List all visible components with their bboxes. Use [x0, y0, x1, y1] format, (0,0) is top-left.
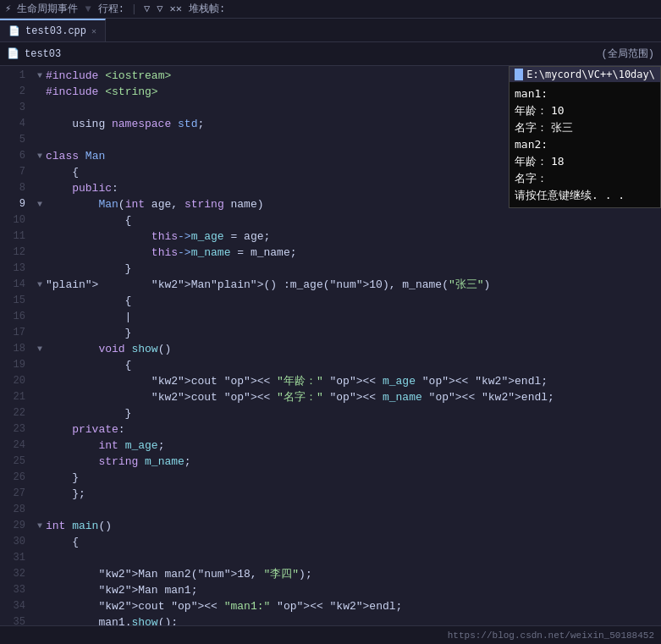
code-content: { [46, 357, 131, 373]
line-number: 1 [0, 68, 25, 84]
code-line: "kw2">cout "op"><< "名字：" "op"><< m_name … [34, 389, 661, 405]
code-line: } [34, 261, 661, 277]
fold-icon[interactable] [34, 293, 46, 309]
code-content: "plain"> "kw2">Man"plain">() :m_age("num… [46, 277, 490, 293]
toolbar-filter-icon[interactable]: ▽ [144, 3, 150, 15]
code-line: "kw2">Man man1; [34, 582, 661, 598]
code-content: } [46, 325, 131, 341]
fold-icon[interactable] [34, 164, 46, 180]
fold-icon[interactable] [34, 598, 46, 614]
fold-icon[interactable] [34, 454, 46, 470]
code-content: } [46, 470, 79, 486]
line-number: 23 [0, 421, 25, 438]
code-line: private: [34, 421, 661, 438]
line-number: 33 [0, 582, 25, 598]
file-icon: 📄 [8, 25, 20, 36]
code-line: "kw2">Man man2("num">18, "李四"); [34, 566, 661, 582]
fold-icon[interactable] [34, 100, 46, 116]
line-number: 22 [0, 405, 25, 421]
close-icon[interactable]: ✕ [91, 26, 96, 36]
code-line: }; [34, 486, 661, 502]
code-line: this->m_age = age; [34, 228, 661, 245]
fold-icon[interactable] [34, 582, 46, 598]
con-label: man1: [515, 87, 548, 100]
fold-icon[interactable] [34, 373, 46, 389]
fold-icon[interactable] [34, 566, 46, 582]
code-content: "kw2">Man man1; [46, 582, 197, 598]
line-number: 17 [0, 325, 25, 341]
code-content: int main() [46, 518, 112, 534]
fold-icon[interactable] [34, 212, 46, 228]
fold-icon[interactable] [34, 534, 46, 550]
code-content: } [46, 405, 131, 421]
toolbar-lifecycle: ⚡ 生命周期事件 [5, 2, 78, 16]
fold-icon[interactable] [34, 389, 46, 405]
fold-icon[interactable]: ▼ [34, 196, 46, 212]
code-line: ▼"plain"> "kw2">Man"plain">() :m_age("nu… [34, 277, 661, 293]
console-line: 名字： [515, 170, 655, 187]
code-content: this->m_name = m_name; [46, 245, 297, 261]
line-number: 27 [0, 486, 25, 502]
lifecycle-icon: ⚡ [5, 3, 11, 15]
line-number: 6 [0, 148, 25, 164]
console-title: E:\mycord\VC++\10day\ [510, 67, 660, 82]
line-number: 3 [0, 100, 25, 116]
fold-icon[interactable]: ▼ [34, 277, 46, 293]
line-number: 15 [0, 293, 25, 309]
line-number: 5 [0, 132, 25, 148]
code-line: } [34, 405, 661, 421]
bottom-url: https://blog.csdn.net/weixin_50188452 [448, 630, 654, 641]
code-content: int m_age; [46, 438, 164, 454]
code-content: | [46, 309, 131, 325]
line-number: 21 [0, 389, 25, 405]
code-content: void show() [46, 341, 171, 357]
console-title-text: E:\mycord\VC++\10day\ [526, 69, 655, 80]
fold-icon[interactable] [34, 502, 46, 518]
fold-icon[interactable] [34, 421, 46, 438]
code-line: "kw2">cout "op"><< "man1:" "op"><< "kw2"… [34, 598, 661, 614]
fold-icon[interactable] [34, 357, 46, 373]
fold-icon[interactable]: ▼ [34, 68, 46, 84]
console-line: 年龄：18 [515, 153, 655, 170]
fold-icon[interactable] [34, 84, 46, 100]
line-number: 26 [0, 470, 25, 486]
fold-icon[interactable] [34, 550, 46, 566]
fold-icon[interactable] [34, 438, 46, 454]
fold-icon[interactable] [34, 116, 46, 132]
toolbar-filter2-icon[interactable]: ▽ [157, 3, 162, 15]
line-number: 7 [0, 164, 25, 180]
fold-icon[interactable]: ▼ [34, 518, 46, 534]
code-content: { [46, 534, 79, 550]
code-line: { [34, 534, 661, 550]
fold-icon[interactable] [34, 245, 46, 261]
code-content: { [46, 164, 79, 180]
con-value: 10 [551, 104, 565, 117]
toolbar-process: 行程: [98, 2, 124, 16]
fold-icon[interactable] [34, 261, 46, 277]
toolbar-xx-icon[interactable]: ✕✕ [170, 3, 182, 15]
fold-icon[interactable] [34, 180, 46, 196]
line-number: 25 [0, 454, 25, 470]
line-numbers: 1234567891011121314151617181920212223242… [0, 66, 30, 644]
fold-icon[interactable]: ▼ [34, 148, 46, 164]
fold-icon[interactable] [34, 405, 46, 421]
code-line: } [34, 470, 661, 486]
scope-label: (全局范围) [602, 47, 654, 61]
code-line: { [34, 212, 661, 228]
line-number: 4 [0, 116, 25, 132]
line-number: 16 [0, 309, 25, 325]
fold-icon[interactable] [34, 228, 46, 245]
fold-icon[interactable] [34, 325, 46, 341]
fold-icon[interactable] [34, 132, 46, 148]
console-overlay: E:\mycord\VC++\10day\ man1:年龄：10名字：张三man… [509, 66, 661, 208]
tab-test03[interactable]: 📄 test03.cpp ✕ [0, 19, 106, 41]
code-content: { [46, 293, 131, 309]
code-line: ▼ void show() [34, 341, 661, 357]
console-body: man1:年龄：10名字：张三man2:年龄：18名字：请按任意键继续. . . [510, 82, 660, 207]
fold-icon[interactable] [34, 309, 46, 325]
fold-icon[interactable] [34, 486, 46, 502]
fold-icon[interactable] [34, 470, 46, 486]
console-line: man2: [515, 136, 655, 153]
code-content: class Man [46, 148, 105, 164]
fold-icon[interactable]: ▼ [34, 341, 46, 357]
